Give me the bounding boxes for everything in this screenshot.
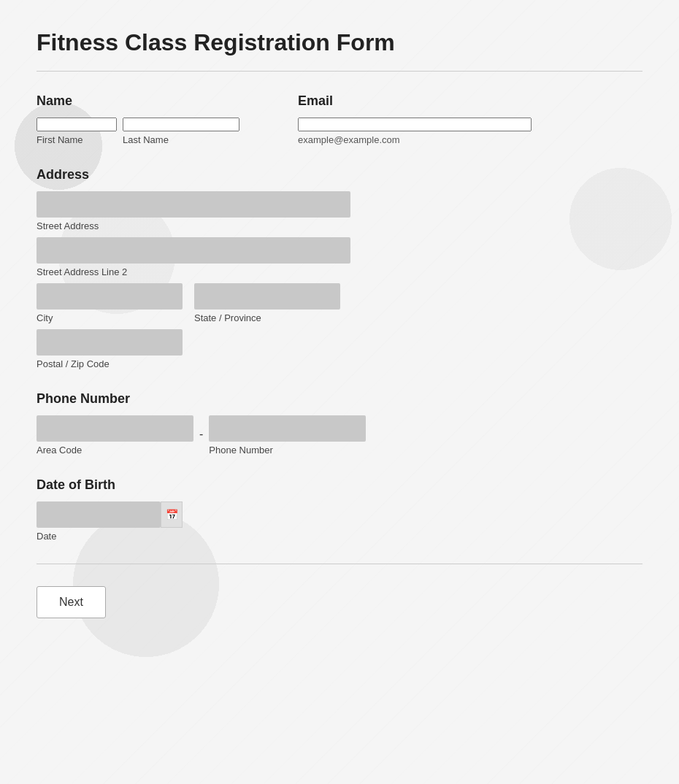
- page-title: Fitness Class Registration Form: [37, 29, 642, 56]
- phone-section: Phone Number Area Code - Phone Number: [37, 391, 642, 456]
- phone-dash: -: [199, 428, 203, 441]
- street-address-2-input[interactable]: [37, 237, 350, 264]
- area-code-label: Area Code: [37, 445, 193, 456]
- date-label: Date: [37, 531, 642, 542]
- phone-section-label: Phone Number: [37, 391, 642, 407]
- phone-number-label: Phone Number: [209, 445, 366, 456]
- address-section: Address Street Address Street Address Li…: [37, 167, 642, 369]
- phone-number-input[interactable]: [209, 415, 366, 442]
- bottom-divider: [37, 564, 642, 564]
- email-placeholder-text: example@example.com: [298, 134, 532, 145]
- date-picker-button[interactable]: 📅: [161, 501, 183, 528]
- first-name-label: First Name: [37, 134, 117, 145]
- dob-label: Date of Birth: [37, 477, 642, 493]
- email-section: Email example@example.com: [298, 93, 532, 145]
- email-input[interactable]: [298, 118, 532, 131]
- last-name-input[interactable]: [123, 118, 239, 131]
- header-divider: [37, 71, 642, 72]
- name-section: Name First Name Last Name: [37, 93, 239, 145]
- name-label: Name: [37, 93, 239, 109]
- area-code-input[interactable]: [37, 415, 193, 442]
- street-address-label: Street Address: [37, 220, 642, 231]
- next-button[interactable]: Next: [37, 586, 106, 618]
- dob-section: Date of Birth 📅 Date: [37, 477, 642, 542]
- state-province-label: State / Province: [194, 312, 340, 323]
- street-address-input[interactable]: [37, 191, 350, 218]
- last-name-label: Last Name: [123, 134, 239, 145]
- postal-code-input[interactable]: [37, 329, 183, 356]
- postal-code-label: Postal / Zip Code: [37, 358, 642, 369]
- city-input[interactable]: [37, 283, 183, 310]
- date-input[interactable]: [37, 501, 161, 528]
- address-label: Address: [37, 167, 642, 182]
- street-address-2-label: Street Address Line 2: [37, 266, 642, 277]
- calendar-icon: 📅: [166, 509, 178, 520]
- email-label: Email: [298, 93, 532, 109]
- city-label: City: [37, 312, 183, 323]
- state-province-input[interactable]: [194, 283, 340, 310]
- first-name-input[interactable]: [37, 118, 117, 131]
